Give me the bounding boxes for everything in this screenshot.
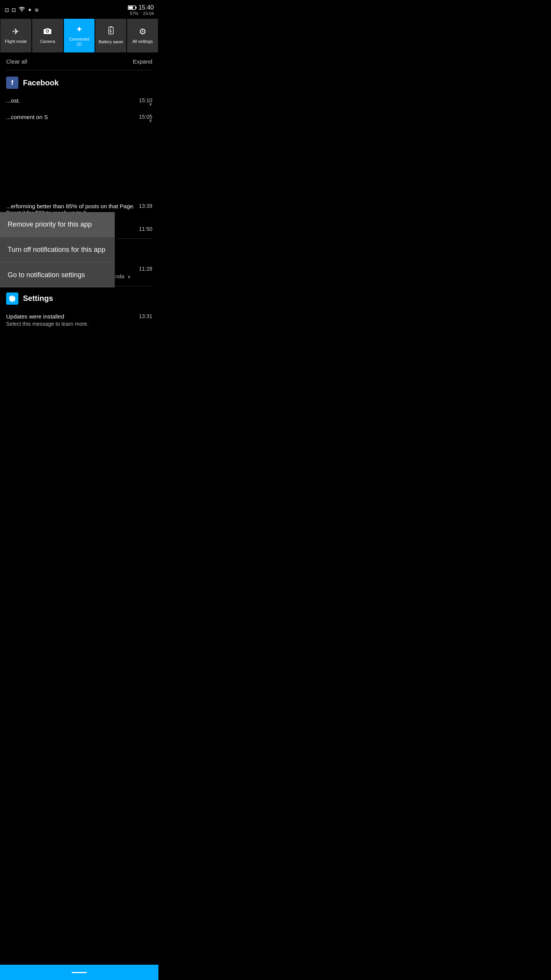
settings-notif-1-time: 13:31 <box>139 313 152 319</box>
settings-notif-1-body: Select this message to learn more. <box>6 320 152 328</box>
svg-rect-4 <box>109 27 113 34</box>
facebook-notif-2[interactable]: ...comment on S 15:05 ∨ <box>0 110 158 126</box>
status-icon-2: ⊡ <box>11 7 16 13</box>
settings-icon <box>6 292 18 305</box>
context-menu-item-go-to-settings[interactable]: Go to notification settings <box>0 263 115 287</box>
tile-bluetooth[interactable]: ✦ Connected(2) <box>64 18 95 53</box>
battery-icon <box>128 5 137 10</box>
settings-section: Settings Updates were installed 13:31 Se… <box>0 286 158 333</box>
settings-notif-1-title: Updates were installed <box>6 313 139 320</box>
bluetooth-icon: ✦ <box>28 7 32 13</box>
notif-4-time: 11:50 <box>139 226 152 232</box>
status-date: 23-04 <box>143 11 154 16</box>
status-icons: ⊡ ⊡ ✦ ≋ <box>5 7 39 13</box>
expand-button[interactable]: Expand <box>133 58 152 65</box>
camera-icon <box>43 27 52 37</box>
settings-notif-1[interactable]: Updates were installed 13:31 Select this… <box>0 309 158 333</box>
notif-3-time: 13:39 <box>139 203 152 209</box>
context-menu: Remove priority for this app Turn off no… <box>0 212 115 287</box>
tile-flight-mode-label: Flight mode <box>5 39 27 44</box>
clear-all-button[interactable]: Clear all <box>6 58 27 65</box>
svg-line-7 <box>110 31 111 33</box>
tile-camera-label: Camera <box>40 39 55 44</box>
controls-row: Clear all Expand <box>0 53 158 70</box>
settings-app-name: Settings <box>23 294 53 303</box>
quick-tiles: ✈ Flight mode Camera ✦ Connected(2) Batt… <box>0 18 158 53</box>
notif-1-title: ...ost. <box>6 97 139 104</box>
facebook-app-name: Facebook <box>23 78 59 87</box>
svg-rect-2 <box>128 7 133 9</box>
tile-flight-mode[interactable]: ✈ Flight mode <box>0 18 32 53</box>
bluetooth-tile-icon: ✦ <box>76 24 83 34</box>
bottom-nav-bar[interactable] <box>0 965 158 980</box>
notif-2-expand[interactable]: ∨ <box>149 118 152 123</box>
bottom-bar-indicator <box>72 972 87 973</box>
signal-icon: ≋ <box>34 7 39 13</box>
context-menu-item-turn-off-notifications[interactable]: Turn off notifications for this app <box>0 237 115 263</box>
tile-all-settings-label: All settings <box>132 39 153 44</box>
battery-percent: 57% <box>130 11 139 16</box>
notif-1-expand[interactable]: ∨ <box>149 101 152 107</box>
status-info: 57% 23-04 <box>130 11 154 16</box>
svg-line-5 <box>110 29 111 31</box>
tile-battery-saver[interactable]: Battery saver <box>95 18 127 53</box>
status-time: 15:40 <box>139 4 154 11</box>
context-menu-item-remove-priority[interactable]: Remove priority for this app <box>0 212 115 237</box>
tile-battery-saver-label: Battery saver <box>98 39 123 44</box>
tile-all-settings[interactable]: ⚙ All settings <box>127 18 158 53</box>
tile-bluetooth-label: Connected(2) <box>69 37 89 47</box>
facebook-icon: f <box>6 77 18 89</box>
flight-mode-icon: ✈ <box>12 27 19 37</box>
facebook-notif-3[interactable]: ...erforming better than 85% of posts on… <box>0 126 158 222</box>
wifi-icon <box>18 7 25 13</box>
facebook-notif-1[interactable]: ...ost. 15:10 ∨ <box>0 93 158 110</box>
facebook-section: f Facebook ...ost. 15:10 ∨ ...comment on… <box>0 70 158 238</box>
context-menu-overlay: Remove priority for this app Turn off no… <box>0 212 115 287</box>
notif-2-title: ...comment on S <box>6 114 139 120</box>
facebook-header: f Facebook <box>0 70 158 93</box>
tile-camera[interactable]: Camera <box>32 18 64 53</box>
status-icon-1: ⊡ <box>5 7 9 13</box>
settings-header: Settings <box>0 286 158 309</box>
messaging-expand[interactable]: ∨ <box>127 274 131 280</box>
battery-saver-icon <box>108 26 114 37</box>
status-right: 15:40 57% 23-04 <box>128 4 154 16</box>
status-bar: ⊡ ⊡ ✦ ≋ 15:40 57% 23-04 <box>0 0 158 18</box>
all-settings-icon: ⚙ <box>139 27 147 37</box>
svg-rect-1 <box>135 7 137 9</box>
messaging-notif-1-time: 11:28 <box>139 266 152 272</box>
